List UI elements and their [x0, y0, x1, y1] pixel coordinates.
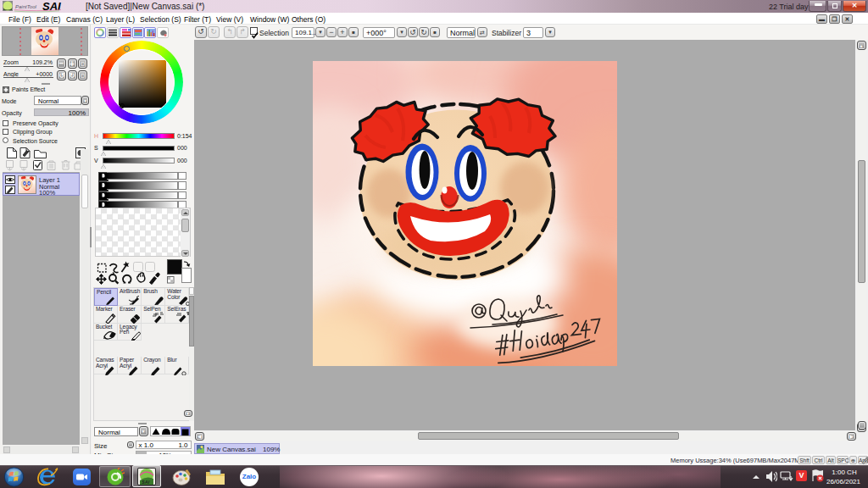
svg-text:PaintTool: PaintTool	[15, 4, 36, 9]
svg-text:SAI: SAI	[142, 480, 150, 485]
